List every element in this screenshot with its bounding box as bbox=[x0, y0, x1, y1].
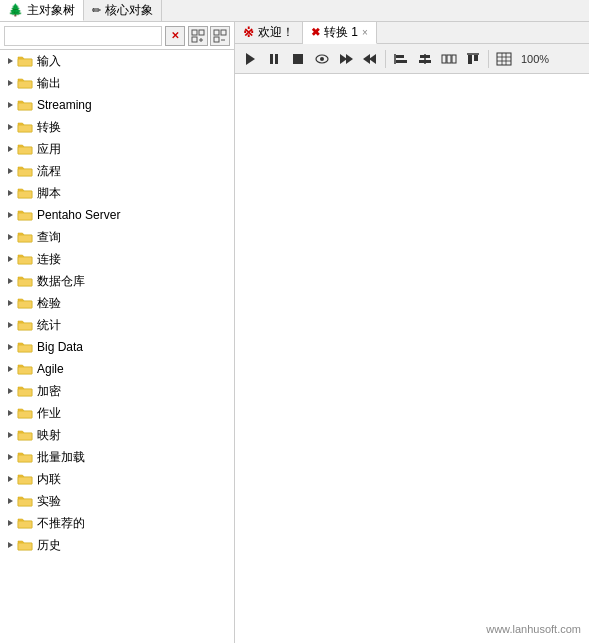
tab-transform1-label: 转换 1 bbox=[324, 24, 358, 41]
canvas-area[interactable]: www.lanhusoft.com bbox=[235, 74, 589, 643]
tree-item[interactable]: 应用 bbox=[0, 138, 234, 160]
folder-icon bbox=[17, 428, 33, 442]
folder-icon bbox=[17, 296, 33, 310]
replay-button[interactable] bbox=[359, 48, 381, 70]
svg-marker-9 bbox=[8, 58, 13, 64]
svg-marker-31 bbox=[8, 300, 13, 306]
svg-marker-15 bbox=[8, 124, 13, 130]
tree-item[interactable]: 转换 bbox=[0, 116, 234, 138]
tree-item[interactable]: 作业 bbox=[0, 402, 234, 424]
tree-icon: 🌲 bbox=[8, 3, 23, 17]
tree-item-label: Pentaho Server bbox=[37, 208, 120, 222]
grid-button[interactable] bbox=[493, 48, 515, 70]
tree-arrow-icon bbox=[4, 341, 16, 353]
svg-rect-48 bbox=[18, 477, 32, 484]
tree-item[interactable]: 内联 bbox=[0, 468, 234, 490]
tree-arrow-icon bbox=[4, 121, 16, 133]
pause-button[interactable] bbox=[263, 48, 285, 70]
tree-item[interactable]: 查询 bbox=[0, 226, 234, 248]
folder-icon bbox=[17, 142, 33, 156]
tree-item-label: 输出 bbox=[37, 75, 61, 92]
tab-welcome[interactable]: ※ 欢迎！ bbox=[235, 22, 303, 43]
tree-item[interactable]: 批量加载 bbox=[0, 446, 234, 468]
tree-item[interactable]: 流程 bbox=[0, 160, 234, 182]
folder-icon bbox=[17, 362, 33, 376]
tree-item-label: 加密 bbox=[37, 383, 61, 400]
grid-icon bbox=[496, 52, 512, 66]
tree-arrow-icon bbox=[4, 451, 16, 463]
tree-item-label: Big Data bbox=[37, 340, 83, 354]
tree-item-label: 查询 bbox=[37, 229, 61, 246]
svg-rect-77 bbox=[497, 53, 511, 65]
svg-rect-70 bbox=[419, 60, 431, 63]
svg-rect-36 bbox=[18, 345, 32, 352]
svg-marker-25 bbox=[8, 234, 13, 240]
stop-button[interactable] bbox=[287, 48, 309, 70]
tree-item[interactable]: 统计 bbox=[0, 314, 234, 336]
align-left-button[interactable] bbox=[390, 48, 412, 70]
tree-item[interactable]: 检验 bbox=[0, 292, 234, 314]
align-center-icon bbox=[417, 52, 433, 66]
expand-all-button[interactable] bbox=[188, 26, 208, 46]
align-center-button[interactable] bbox=[414, 48, 436, 70]
tree-item-label: 不推荐的 bbox=[37, 515, 85, 532]
tree-item[interactable]: 加密 bbox=[0, 380, 234, 402]
tab-transform1[interactable]: ✖ 转换 1 × bbox=[303, 22, 377, 44]
tab-welcome-label: 欢迎！ bbox=[258, 24, 294, 41]
tree-item[interactable]: Big Data bbox=[0, 336, 234, 358]
folder-icon bbox=[17, 274, 33, 288]
tree-item-label: 数据仓库 bbox=[37, 273, 85, 290]
tree-arrow-icon bbox=[4, 275, 16, 287]
zoom-level: 100% bbox=[521, 53, 549, 65]
svg-rect-69 bbox=[420, 55, 430, 58]
search-input[interactable] bbox=[4, 26, 162, 46]
collapse-all-button[interactable] bbox=[210, 26, 230, 46]
debug-button[interactable] bbox=[335, 48, 357, 70]
folder-icon bbox=[17, 340, 33, 354]
distribute-button[interactable] bbox=[438, 48, 460, 70]
tree-item[interactable]: 输入 bbox=[0, 50, 234, 72]
tree-item[interactable]: Streaming bbox=[0, 94, 234, 116]
run-button[interactable] bbox=[239, 48, 261, 70]
svg-rect-7 bbox=[214, 37, 219, 42]
svg-rect-1 bbox=[199, 30, 204, 35]
play-icon bbox=[243, 52, 257, 66]
tree-item[interactable]: 实验 bbox=[0, 490, 234, 512]
tree-item[interactable]: 输出 bbox=[0, 72, 234, 94]
search-bar: ✕ bbox=[0, 22, 234, 50]
tree-item[interactable]: 不推荐的 bbox=[0, 512, 234, 534]
svg-rect-52 bbox=[18, 521, 32, 528]
tree-arrow-icon bbox=[4, 297, 16, 309]
svg-marker-19 bbox=[8, 168, 13, 174]
tree-item-label: 应用 bbox=[37, 141, 61, 158]
svg-marker-27 bbox=[8, 256, 13, 262]
svg-marker-45 bbox=[8, 454, 13, 460]
svg-rect-40 bbox=[18, 389, 32, 396]
main-area: ✕ bbox=[0, 22, 589, 643]
svg-rect-10 bbox=[18, 59, 32, 66]
tree-item[interactable]: Pentaho Server bbox=[0, 204, 234, 226]
tab-core-objects[interactable]: ✏ 核心对象 bbox=[84, 0, 162, 21]
tree-item[interactable]: 连接 bbox=[0, 248, 234, 270]
align-top-button[interactable] bbox=[462, 48, 484, 70]
toolbar-separator-1 bbox=[385, 50, 386, 68]
watermark: www.lanhusoft.com bbox=[486, 623, 581, 635]
clear-search-button[interactable]: ✕ bbox=[165, 26, 185, 46]
tree-item-label: Streaming bbox=[37, 98, 92, 112]
svg-rect-42 bbox=[18, 411, 32, 418]
tree-item[interactable]: 映射 bbox=[0, 424, 234, 446]
tree-item[interactable]: 数据仓库 bbox=[0, 270, 234, 292]
svg-rect-26 bbox=[18, 235, 32, 242]
tab-main-tree[interactable]: 🌲 主对象树 bbox=[0, 0, 84, 21]
tab-transform1-close[interactable]: × bbox=[362, 27, 368, 38]
tree-item[interactable]: 脚本 bbox=[0, 182, 234, 204]
tree-item[interactable]: 历史 bbox=[0, 534, 234, 556]
tree-arrow-icon bbox=[4, 143, 16, 155]
svg-marker-11 bbox=[8, 80, 13, 86]
tree-item[interactable]: Agile bbox=[0, 358, 234, 380]
folder-icon bbox=[17, 230, 33, 244]
preview-button[interactable] bbox=[311, 48, 333, 70]
svg-marker-51 bbox=[8, 520, 13, 526]
svg-rect-6 bbox=[221, 30, 226, 35]
svg-rect-2 bbox=[192, 37, 197, 42]
